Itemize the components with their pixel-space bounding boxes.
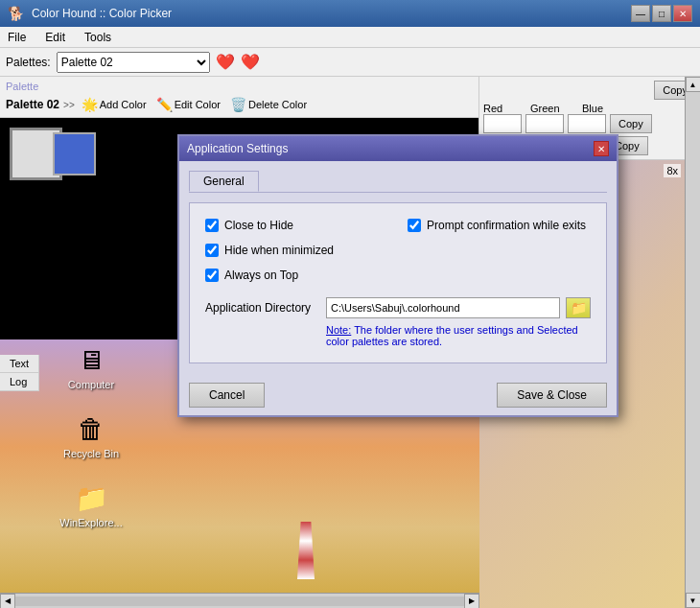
note-text: Note: The folder where the user settings… — [205, 324, 591, 347]
modal-tab-bar: General — [189, 171, 607, 193]
modal-close-button[interactable]: ✕ — [594, 141, 609, 156]
app-dir-section: Application Directory 📁 Note: The folder… — [205, 297, 591, 347]
modal-title-bar: Application Settings ✕ — [179, 136, 617, 161]
modal-title: Application Settings — [187, 142, 288, 155]
note-prefix: Note: — [326, 324, 351, 336]
always-on-top-row — [408, 244, 591, 257]
close-to-hide-label: Close to Hide — [224, 219, 293, 232]
modal-footer: Cancel Save & Close — [179, 373, 617, 415]
settings-grid: Close to Hide Prompt confirmation while … — [205, 219, 591, 282]
app-dir-row: Application Directory 📁 — [205, 297, 591, 318]
always-on-top-label: Always on Top — [224, 269, 298, 282]
close-to-hide-checkbox[interactable] — [205, 219, 219, 232]
always-on-top-checkbox[interactable] — [205, 269, 219, 282]
prompt-confirm-row: Prompt confirmation while exits — [408, 219, 591, 232]
hide-minimized-checkbox[interactable] — [205, 244, 219, 257]
modal-tab-general[interactable]: General — [189, 171, 259, 192]
application-settings-dialog: Application Settings ✕ General Close to … — [177, 134, 618, 417]
app-dir-input[interactable] — [326, 297, 560, 318]
close-to-hide-row: Close to Hide — [205, 219, 388, 232]
modal-overlay: Application Settings ✕ General Close to … — [0, 0, 700, 608]
save-close-button[interactable]: Save & Close — [497, 383, 607, 408]
hide-minimized-label: Hide when minimized — [224, 244, 334, 257]
app-dir-browse-button[interactable]: 📁 — [566, 297, 591, 318]
hide-minimized-row: Hide when minimized — [205, 244, 388, 257]
prompt-confirm-checkbox[interactable] — [408, 219, 421, 232]
cancel-button[interactable]: Cancel — [189, 383, 265, 408]
always-on-top-row-2: Always on Top — [205, 269, 388, 282]
app-dir-label: Application Directory — [205, 301, 320, 315]
prompt-confirm-label: Prompt confirmation while exits — [427, 219, 586, 232]
modal-content: Close to Hide Prompt confirmation while … — [189, 202, 607, 363]
browse-icon: 📁 — [571, 300, 587, 316]
modal-body: General Close to Hide Prompt confirmatio… — [179, 161, 617, 373]
